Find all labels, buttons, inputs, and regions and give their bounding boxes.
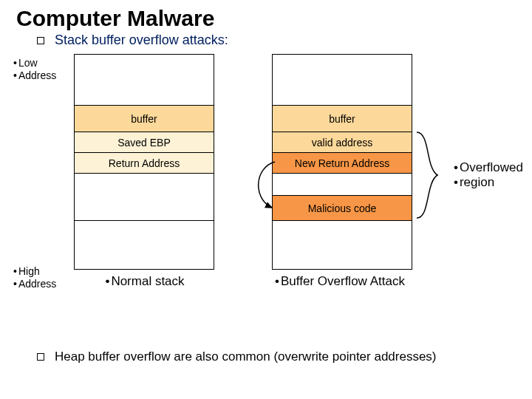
normal-stack-caption: •Normal stack [64, 274, 226, 289]
overflow-label: •Overflowed •region [454, 160, 523, 191]
normal-cell-empty-top [75, 55, 214, 105]
low-address-label: •Low •Address [13, 57, 56, 82]
overflow-line2: region [460, 175, 494, 189]
overflow-line1: Overflowed [460, 160, 523, 174]
low-address-line2: Address [18, 69, 56, 81]
attack-stack-caption-text: Buffer Overflow Attack [281, 274, 405, 288]
square-bullet-icon [37, 37, 44, 44]
attack-cell-empty-top [273, 55, 412, 105]
subtitle-text: Stack buffer overflow attacks: [55, 33, 228, 48]
attack-cell-empty-mid [273, 173, 412, 195]
normal-cell-empty-mid [75, 173, 214, 220]
brace-icon [412, 131, 457, 219]
attack-cell-valid-addr: valid address [273, 132, 412, 152]
high-address-line1: High [18, 265, 40, 277]
attack-stack-caption: •Buffer Overflow Attack [259, 274, 421, 289]
normal-cell-saved-ebp: Saved EBP [75, 132, 214, 152]
normal-cell-buffer: buffer [75, 105, 214, 132]
pointer-arrow-icon [245, 154, 279, 228]
attack-cell-empty-bot [273, 220, 412, 269]
square-bullet-icon [37, 353, 44, 361]
subtitle-row: Stack buffer overflow attacks: [37, 33, 532, 48]
attack-cell-new-return: New Return Address [273, 152, 412, 173]
attack-cell-buffer: buffer [273, 105, 412, 132]
attack-stack: buffer valid address New Return Address … [272, 54, 412, 270]
page-title: Computer Malware [16, 6, 532, 31]
diagram: •Low •Address •High •Address buffer Save… [0, 51, 532, 332]
low-address-line1: Low [18, 57, 38, 69]
normal-cell-return-addr: Return Address [75, 152, 214, 173]
normal-stack: buffer Saved EBP Return Address [74, 54, 214, 270]
attack-cell-malicious: Malicious code [273, 195, 412, 220]
high-address-label: •High •Address [13, 265, 56, 290]
normal-stack-caption-text: Normal stack [111, 274, 184, 288]
high-address-line2: Address [18, 278, 56, 290]
normal-cell-empty-bot [75, 220, 214, 269]
footer-row: Heap buffer overflow are also common (ov… [37, 349, 532, 364]
footer-text: Heap buffer overflow are also common (ov… [55, 349, 437, 364]
